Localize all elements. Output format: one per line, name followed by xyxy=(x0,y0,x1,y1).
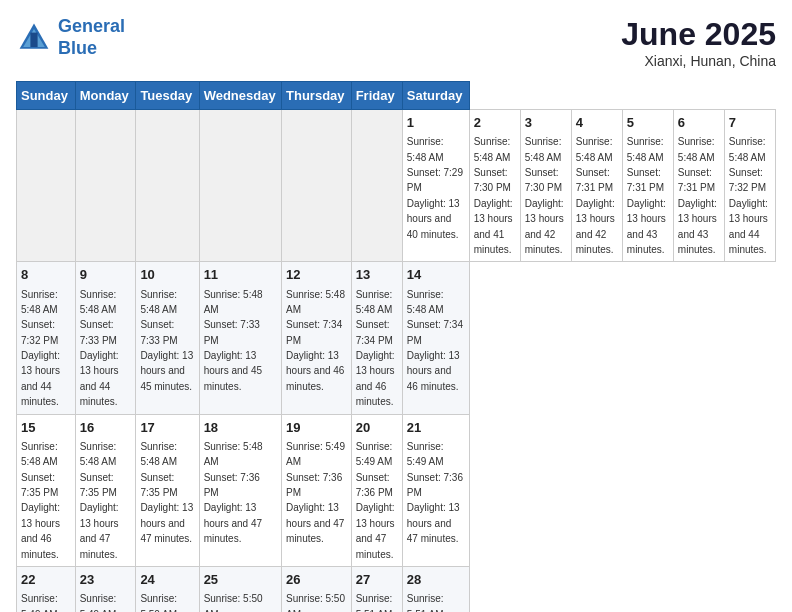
day-number: 5 xyxy=(627,114,669,132)
calendar-cell xyxy=(282,110,352,262)
svg-rect-2 xyxy=(30,32,37,46)
month-title: June 2025 xyxy=(621,16,776,53)
calendar-cell: 13 Sunrise: 5:48 AMSunset: 7:34 PMDaylig… xyxy=(351,262,402,414)
calendar-week-2: 8 Sunrise: 5:48 AMSunset: 7:32 PMDayligh… xyxy=(17,262,776,414)
day-number: 22 xyxy=(21,571,71,589)
calendar-cell: 11 Sunrise: 5:48 AMSunset: 7:33 PMDaylig… xyxy=(199,262,281,414)
day-number: 21 xyxy=(407,419,465,437)
logo-line2: Blue xyxy=(58,38,97,58)
cell-info: Sunrise: 5:48 AMSunset: 7:34 PMDaylight:… xyxy=(356,289,395,408)
calendar-week-3: 15 Sunrise: 5:48 AMSunset: 7:35 PMDaylig… xyxy=(17,414,776,566)
calendar-cell: 12 Sunrise: 5:48 AMSunset: 7:34 PMDaylig… xyxy=(282,262,352,414)
cell-info: Sunrise: 5:48 AMSunset: 7:30 PMDaylight:… xyxy=(525,136,564,255)
cell-info: Sunrise: 5:48 AMSunset: 7:33 PMDaylight:… xyxy=(204,289,263,392)
cell-info: Sunrise: 5:48 AMSunset: 7:35 PMDaylight:… xyxy=(140,441,193,544)
day-number: 12 xyxy=(286,266,347,284)
cell-info: Sunrise: 5:48 AMSunset: 7:29 PMDaylight:… xyxy=(407,136,463,239)
calendar-table: SundayMondayTuesdayWednesdayThursdayFrid… xyxy=(16,81,776,612)
title-block: June 2025 Xianxi, Hunan, China xyxy=(621,16,776,69)
calendar-cell: 5 Sunrise: 5:48 AMSunset: 7:31 PMDayligh… xyxy=(622,110,673,262)
day-header-sunday: Sunday xyxy=(17,82,76,110)
calendar-cell: 15 Sunrise: 5:48 AMSunset: 7:35 PMDaylig… xyxy=(17,414,76,566)
calendar-cell: 19 Sunrise: 5:49 AMSunset: 7:36 PMDaylig… xyxy=(282,414,352,566)
cell-info: Sunrise: 5:51 AMSunset: 7:37 PMDaylight:… xyxy=(356,593,395,612)
day-number: 20 xyxy=(356,419,398,437)
calendar-cell: 7 Sunrise: 5:48 AMSunset: 7:32 PMDayligh… xyxy=(724,110,775,262)
cell-info: Sunrise: 5:49 AMSunset: 7:36 PMDaylight:… xyxy=(407,441,463,544)
page-header: General Blue June 2025 Xianxi, Hunan, Ch… xyxy=(16,16,776,69)
cell-info: Sunrise: 5:48 AMSunset: 7:31 PMDaylight:… xyxy=(576,136,615,255)
calendar-cell: 23 Sunrise: 5:49 AMSunset: 7:37 PMDaylig… xyxy=(75,566,136,612)
day-number: 14 xyxy=(407,266,465,284)
cell-info: Sunrise: 5:48 AMSunset: 7:34 PMDaylight:… xyxy=(407,289,463,392)
calendar-cell: 27 Sunrise: 5:51 AMSunset: 7:37 PMDaylig… xyxy=(351,566,402,612)
cell-info: Sunrise: 5:48 AMSunset: 7:36 PMDaylight:… xyxy=(204,441,263,544)
day-header-monday: Monday xyxy=(75,82,136,110)
day-number: 24 xyxy=(140,571,194,589)
day-header-tuesday: Tuesday xyxy=(136,82,199,110)
calendar-body: 1 Sunrise: 5:48 AMSunset: 7:29 PMDayligh… xyxy=(17,110,776,613)
day-number: 1 xyxy=(407,114,465,132)
cell-info: Sunrise: 5:49 AMSunset: 7:36 PMDaylight:… xyxy=(286,441,345,544)
calendar-week-4: 22 Sunrise: 5:49 AMSunset: 7:37 PMDaylig… xyxy=(17,566,776,612)
day-number: 27 xyxy=(356,571,398,589)
logo-icon xyxy=(16,20,52,56)
day-number: 9 xyxy=(80,266,132,284)
day-number: 15 xyxy=(21,419,71,437)
day-number: 10 xyxy=(140,266,194,284)
day-number: 19 xyxy=(286,419,347,437)
cell-info: Sunrise: 5:48 AMSunset: 7:32 PMDaylight:… xyxy=(21,289,60,408)
location: Xianxi, Hunan, China xyxy=(621,53,776,69)
calendar-header: SundayMondayTuesdayWednesdayThursdayFrid… xyxy=(17,82,776,110)
cell-info: Sunrise: 5:48 AMSunset: 7:30 PMDaylight:… xyxy=(474,136,513,255)
calendar-cell: 25 Sunrise: 5:50 AMSunset: 7:37 PMDaylig… xyxy=(199,566,281,612)
day-number: 16 xyxy=(80,419,132,437)
day-number: 17 xyxy=(140,419,194,437)
cell-info: Sunrise: 5:49 AMSunset: 7:37 PMDaylight:… xyxy=(21,593,60,612)
day-number: 6 xyxy=(678,114,720,132)
calendar-cell xyxy=(75,110,136,262)
cell-info: Sunrise: 5:48 AMSunset: 7:34 PMDaylight:… xyxy=(286,289,345,392)
cell-info: Sunrise: 5:48 AMSunset: 7:31 PMDaylight:… xyxy=(627,136,666,255)
day-header-wednesday: Wednesday xyxy=(199,82,281,110)
cell-info: Sunrise: 5:50 AMSunset: 7:37 PMDaylight:… xyxy=(204,593,263,612)
cell-info: Sunrise: 5:50 AMSunset: 7:37 PMDaylight:… xyxy=(286,593,345,612)
calendar-cell: 17 Sunrise: 5:48 AMSunset: 7:35 PMDaylig… xyxy=(136,414,199,566)
day-number: 25 xyxy=(204,571,277,589)
logo-text: General Blue xyxy=(58,16,125,59)
day-number: 8 xyxy=(21,266,71,284)
cell-info: Sunrise: 5:49 AMSunset: 7:36 PMDaylight:… xyxy=(356,441,395,560)
calendar-cell: 6 Sunrise: 5:48 AMSunset: 7:31 PMDayligh… xyxy=(673,110,724,262)
day-number: 2 xyxy=(474,114,516,132)
calendar-week-1: 1 Sunrise: 5:48 AMSunset: 7:29 PMDayligh… xyxy=(17,110,776,262)
cell-info: Sunrise: 5:48 AMSunset: 7:33 PMDaylight:… xyxy=(140,289,193,392)
cell-info: Sunrise: 5:48 AMSunset: 7:35 PMDaylight:… xyxy=(80,441,119,560)
calendar-cell: 9 Sunrise: 5:48 AMSunset: 7:33 PMDayligh… xyxy=(75,262,136,414)
calendar-cell xyxy=(351,110,402,262)
logo-line1: General xyxy=(58,16,125,36)
calendar-cell: 28 Sunrise: 5:51 AMSunset: 7:38 PMDaylig… xyxy=(402,566,469,612)
cell-info: Sunrise: 5:48 AMSunset: 7:35 PMDaylight:… xyxy=(21,441,60,560)
day-number: 13 xyxy=(356,266,398,284)
day-number: 11 xyxy=(204,266,277,284)
calendar-cell: 2 Sunrise: 5:48 AMSunset: 7:30 PMDayligh… xyxy=(469,110,520,262)
calendar-cell: 24 Sunrise: 5:50 AMSunset: 7:37 PMDaylig… xyxy=(136,566,199,612)
day-number: 26 xyxy=(286,571,347,589)
calendar-cell: 26 Sunrise: 5:50 AMSunset: 7:37 PMDaylig… xyxy=(282,566,352,612)
calendar-cell: 8 Sunrise: 5:48 AMSunset: 7:32 PMDayligh… xyxy=(17,262,76,414)
calendar-cell: 18 Sunrise: 5:48 AMSunset: 7:36 PMDaylig… xyxy=(199,414,281,566)
cell-info: Sunrise: 5:51 AMSunset: 7:38 PMDaylight:… xyxy=(407,593,463,612)
calendar-cell xyxy=(136,110,199,262)
day-number: 28 xyxy=(407,571,465,589)
day-header-thursday: Thursday xyxy=(282,82,352,110)
cell-info: Sunrise: 5:49 AMSunset: 7:37 PMDaylight:… xyxy=(80,593,119,612)
day-number: 3 xyxy=(525,114,567,132)
day-number: 18 xyxy=(204,419,277,437)
cell-info: Sunrise: 5:48 AMSunset: 7:33 PMDaylight:… xyxy=(80,289,119,408)
calendar-cell: 4 Sunrise: 5:48 AMSunset: 7:31 PMDayligh… xyxy=(571,110,622,262)
calendar-cell: 20 Sunrise: 5:49 AMSunset: 7:36 PMDaylig… xyxy=(351,414,402,566)
calendar-cell: 3 Sunrise: 5:48 AMSunset: 7:30 PMDayligh… xyxy=(520,110,571,262)
calendar-cell: 21 Sunrise: 5:49 AMSunset: 7:36 PMDaylig… xyxy=(402,414,469,566)
calendar-cell: 10 Sunrise: 5:48 AMSunset: 7:33 PMDaylig… xyxy=(136,262,199,414)
day-number: 7 xyxy=(729,114,771,132)
